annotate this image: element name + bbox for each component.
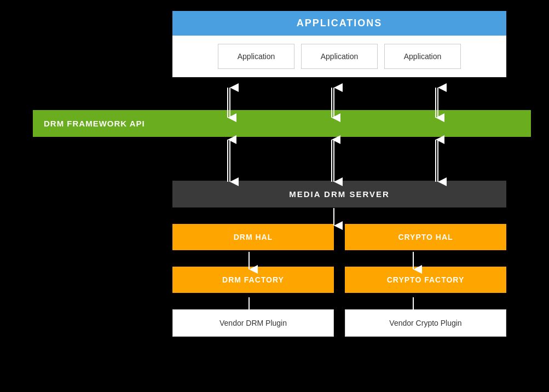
- drm-framework-block: DRM FRAMEWORK API: [33, 110, 531, 137]
- gap-apps-to-framework: [172, 77, 506, 110]
- drm-factory-box: DRM FACTORY: [172, 267, 334, 293]
- app-box-1: Application: [218, 44, 294, 69]
- app-label-3: Application: [404, 52, 442, 61]
- drm-framework-label: DRM FRAMEWORK API: [44, 119, 145, 128]
- applications-body: Application Application Application: [172, 36, 506, 77]
- media-drm-bar: MEDIA DRM SERVER: [172, 181, 506, 207]
- applications-header: APPLICATIONS: [172, 11, 506, 36]
- vendor-drm-box: Vendor DRM Plugin: [172, 309, 334, 337]
- crypto-hal-label: CRYPTO HAL: [398, 233, 453, 241]
- crypto-factory-label: CRYPTO FACTORY: [387, 275, 465, 284]
- gap-framework-to-server: [5, 137, 544, 181]
- drm-hal-label: DRM HAL: [234, 233, 273, 241]
- crypto-factory-box: CRYPTO FACTORY: [345, 267, 506, 293]
- media-drm-label: MEDIA DRM SERVER: [289, 189, 390, 199]
- drm-framework-bar: DRM FRAMEWORK API: [33, 110, 531, 137]
- diagram-container: APPLICATIONS Application Application App…: [5, 11, 544, 337]
- vendor-crypto-box: Vendor Crypto Plugin: [345, 309, 506, 337]
- app-box-2: Application: [301, 44, 378, 69]
- vendor-drm-label: Vendor DRM Plugin: [219, 319, 287, 327]
- app-box-3: Application: [384, 44, 461, 69]
- media-drm-block: MEDIA DRM SERVER: [172, 181, 506, 207]
- app-label-2: Application: [321, 52, 359, 61]
- vendor-row: Vendor DRM Plugin Vendor Crypto Plugin: [172, 309, 506, 337]
- hal-row: DRM HAL CRYPTO HAL: [172, 224, 506, 250]
- factory-row: DRM FACTORY CRYPTO FACTORY: [172, 267, 506, 293]
- applications-block: APPLICATIONS Application Application App…: [172, 11, 506, 77]
- drm-factory-label: DRM FACTORY: [222, 275, 284, 284]
- crypto-hal-box: CRYPTO HAL: [345, 224, 506, 250]
- drm-hal-box: DRM HAL: [172, 224, 334, 250]
- vendor-crypto-label: Vendor Crypto Plugin: [389, 319, 461, 327]
- app-label-1: Application: [238, 52, 275, 61]
